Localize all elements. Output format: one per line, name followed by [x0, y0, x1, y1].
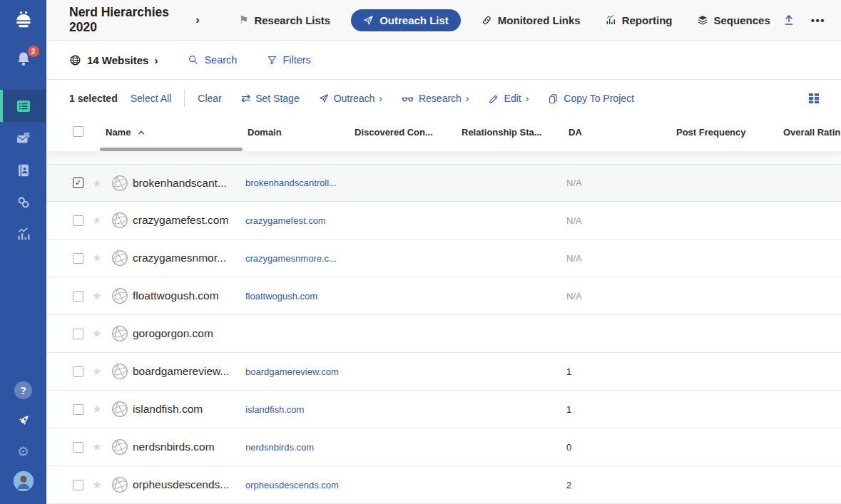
site-name[interactable]: gorogorgon.com — [133, 327, 245, 340]
da-cell: 1 — [566, 366, 674, 377]
row-checkbox[interactable] — [73, 366, 83, 377]
link-icon — [16, 195, 31, 210]
site-name[interactable]: orpheusdescends... — [133, 478, 245, 491]
column-header-domain[interactable]: Domain — [248, 127, 282, 138]
table-row[interactable]: ★gorogorgon.com — [46, 315, 841, 353]
mail-icon — [15, 130, 32, 147]
domain-link[interactable]: boardgamereview.com — [245, 366, 339, 377]
star-icon[interactable]: ★ — [91, 327, 103, 340]
select-all-checkbox[interactable] — [73, 126, 83, 137]
horizontal-scrollbar[interactable] — [100, 148, 243, 151]
sidebar-item-inbox[interactable] — [0, 122, 46, 154]
tab-reporting[interactable]: Reporting — [605, 14, 673, 26]
row-checkbox[interactable] — [73, 291, 83, 302]
column-header-post-frequency[interactable]: Post Frequency — [676, 127, 746, 138]
site-name[interactable]: crazygamesnmor... — [133, 252, 245, 264]
table-row[interactable]: ★crazygamesnmor...crazygamesnmore.c...N/… — [46, 240, 841, 277]
tab-sequences[interactable]: Sequences — [697, 14, 770, 26]
row-checkbox[interactable] — [73, 215, 83, 226]
domain-link[interactable]: islandfish.com — [245, 404, 304, 415]
notifications-bell-icon[interactable]: 2 — [14, 50, 33, 71]
filters-button[interactable]: Filters — [267, 54, 310, 66]
domain-link[interactable]: nerdsnbirds.com — [245, 442, 314, 453]
site-name[interactable]: boardgamereview... — [133, 365, 245, 378]
star-icon[interactable]: ★ — [91, 365, 103, 378]
websites-selector[interactable]: 14 Websites › — [69, 54, 158, 66]
search-button[interactable]: Search — [188, 54, 237, 66]
sidebar-item-projects[interactable] — [0, 90, 46, 122]
user-avatar[interactable] — [14, 471, 34, 491]
sidebar-item-reports[interactable] — [0, 218, 46, 250]
site-name[interactable]: islandfish.com — [133, 403, 245, 416]
row-checkbox[interactable] — [73, 253, 83, 264]
toolbar-divider — [184, 90, 185, 107]
column-header-da[interactable]: DA — [569, 127, 582, 138]
site-domain: floattwogush.com — [245, 291, 352, 302]
outreach-menu-button[interactable]: Outreach › — [319, 93, 382, 104]
table-row[interactable]: ★orpheusdescends...orpheusdescends.com2 — [46, 466, 841, 504]
star-icon[interactable]: ★ — [91, 441, 103, 453]
column-header-discovered[interactable]: Discovered Con... — [355, 127, 433, 138]
table-row[interactable]: ★floattwogush.comfloattwogush.comN/A — [46, 277, 841, 315]
research-menu-button[interactable]: Research › — [402, 93, 469, 105]
tab-outreach-list[interactable]: Outreach List — [351, 9, 461, 31]
sidebar-item-links[interactable] — [0, 186, 46, 218]
tab-monitored-links[interactable]: Monitored Links — [481, 14, 581, 26]
tab-research-lists[interactable]: ⚑ Research Lists — [239, 14, 330, 26]
select-all-button[interactable]: Select All — [131, 93, 172, 104]
search-icon — [188, 54, 199, 66]
site-name[interactable]: brokenhandscant... — [133, 177, 245, 190]
report-chart-icon — [605, 14, 616, 26]
column-header-overall-rating[interactable]: Overall Ratin — [783, 127, 840, 138]
da-cell: N/A — [566, 178, 674, 188]
domain-link[interactable]: brokenhandscantroll... — [245, 178, 337, 188]
table-row[interactable]: ★crazygamefest.comcrazygamefest.comN/A — [46, 202, 841, 240]
clear-button[interactable]: Clear — [198, 93, 221, 104]
star-icon[interactable]: ★ — [91, 252, 103, 264]
settings-gear-icon[interactable]: ⚙ — [17, 445, 29, 458]
site-domain: nerdsnbirds.com — [245, 442, 352, 453]
domain-link[interactable]: crazygamefest.com — [245, 215, 326, 226]
star-icon[interactable]: ★ — [91, 214, 103, 227]
site-name[interactable]: crazygamefest.com — [133, 214, 245, 227]
edit-menu-button[interactable]: Edit › — [489, 93, 529, 104]
column-header-relationship[interactable]: Relationship Sta... — [462, 127, 542, 138]
site-name[interactable]: nerdsnbirds.com — [133, 441, 245, 453]
help-icon[interactable]: ? — [14, 381, 32, 399]
domain-link[interactable]: crazygamesnmore.c... — [245, 253, 337, 264]
domain-link[interactable]: orpheusdescends.com — [245, 480, 339, 490]
star-icon[interactable]: ★ — [91, 177, 103, 190]
buzzstream-logo-icon[interactable] — [13, 9, 34, 34]
set-stage-button[interactable]: ⇄ Set Stage — [241, 93, 300, 104]
sidebar-footer: ? ⚙ — [14, 381, 34, 504]
star-icon[interactable]: ★ — [91, 403, 103, 416]
table-row[interactable]: ★islandfish.comislandfish.com1 — [46, 391, 841, 428]
launch-rocket-icon[interactable] — [15, 412, 32, 432]
row-checkbox[interactable] — [73, 442, 83, 453]
site-domain: islandfish.com — [245, 404, 352, 415]
chevron-right-icon: › — [195, 13, 200, 27]
star-icon[interactable]: ★ — [91, 478, 103, 491]
row-checkbox[interactable] — [73, 480, 83, 490]
row-checkbox[interactable] — [73, 329, 83, 339]
column-header-name[interactable]: Name — [106, 127, 145, 138]
table-row[interactable]: ★brokenhandscant...brokenhandscantroll..… — [46, 164, 841, 202]
paper-plane-icon — [363, 15, 374, 26]
site-favicon-globe-icon — [111, 175, 128, 192]
site-name[interactable]: floattwogush.com — [133, 289, 245, 302]
row-checkbox[interactable] — [73, 178, 83, 188]
star-icon[interactable]: ★ — [91, 289, 103, 302]
chevron-right-icon: › — [526, 93, 529, 104]
grid-view-icon[interactable] — [808, 93, 820, 104]
row-checkbox[interactable] — [73, 404, 83, 415]
domain-link[interactable]: floattwogush.com — [245, 291, 317, 302]
more-menu-icon[interactable]: ••• — [811, 14, 825, 26]
project-title[interactable]: Nerd Hierarchies 2020 › — [69, 5, 200, 35]
globe-icon — [69, 54, 81, 66]
table-row[interactable]: ★nerdsnbirds.comnerdsnbirds.com0 — [46, 428, 841, 466]
table-row[interactable]: ★boardgamereview...boardgamereview.com1 — [46, 353, 841, 391]
sidebar-item-contacts[interactable] — [0, 154, 46, 186]
copy-to-project-button[interactable]: Copy To Project — [548, 93, 634, 104]
export-upload-icon[interactable] — [783, 14, 795, 26]
da-cell: 0 — [566, 442, 674, 453]
